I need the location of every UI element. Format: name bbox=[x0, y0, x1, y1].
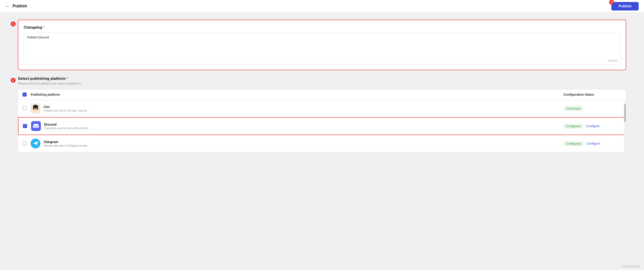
back-button[interactable]: ← bbox=[5, 4, 10, 9]
platform-section: Select publishing platform * Please chec… bbox=[18, 76, 626, 152]
cici-status-area: Authorized bbox=[563, 106, 622, 111]
platform-row-discord: Discord Transform your bot into a Discor… bbox=[18, 118, 626, 134]
discord-status-badge: Configured bbox=[563, 124, 584, 129]
svg-rect-3 bbox=[33, 106, 34, 110]
platform-table-header: Publishing platform Configuration Status bbox=[18, 90, 626, 100]
telegram-name: Telegram bbox=[44, 140, 563, 144]
platform-section-title: Select publishing platform * bbox=[18, 76, 626, 81]
cici-status-badge: Authorized bbox=[563, 106, 584, 111]
step2-badge: 2 bbox=[11, 78, 16, 83]
discord-info: Discord Transform your bot into a Discor… bbox=[44, 122, 563, 130]
telegram-configure-link[interactable]: Configure bbox=[586, 142, 600, 145]
telegram-checkbox[interactable] bbox=[22, 142, 26, 146]
cici-desc: Publish your bot to Cici App, chat an... bbox=[44, 109, 563, 112]
step1-badge: 1 bbox=[11, 22, 16, 26]
platform-table: Publishing platform Configuration Status bbox=[18, 89, 626, 152]
changelog-label: Changelog * bbox=[24, 26, 620, 30]
changelog-required: * bbox=[43, 26, 44, 30]
platform-required: * bbox=[66, 77, 68, 81]
header-status-col: Configuration Status bbox=[563, 93, 622, 96]
telegram-status-badge: Configured bbox=[563, 141, 584, 146]
telegram-desc: Interact with bots in Telegram private..… bbox=[44, 144, 563, 147]
cici-checkbox[interactable] bbox=[22, 106, 26, 110]
platform-subtitle: Please check the platform you want to pu… bbox=[18, 82, 626, 85]
header: ← Publish Publish 3 bbox=[0, 0, 644, 12]
scrollbar[interactable] bbox=[624, 102, 626, 152]
telegram-check-col bbox=[22, 142, 30, 146]
cici-info: Cici Publish your bot to Cici App, chat … bbox=[44, 105, 563, 112]
header-left: ← Publish bbox=[5, 4, 27, 9]
char-count: 15/2000 bbox=[24, 58, 620, 64]
publish-button[interactable]: Publish bbox=[612, 2, 639, 10]
changelog-textarea-wrapper: Publish Discord 15/2000 bbox=[24, 33, 620, 64]
cici-icon bbox=[30, 104, 40, 113]
select-all-checkbox[interactable] bbox=[22, 92, 26, 96]
platform-row-cici: Cici Publish your bot to Cici App, chat … bbox=[18, 100, 626, 117]
telegram-icon bbox=[30, 138, 40, 148]
scrollbar-thumb bbox=[624, 104, 626, 122]
platform-row-discord-wrapper: Discord Transform your bot into a Discor… bbox=[18, 117, 626, 135]
telegram-info: Telegram Interact with bots in Telegram … bbox=[44, 140, 563, 147]
discord-name: Discord bbox=[44, 122, 563, 126]
header-check-col bbox=[22, 92, 30, 96]
discord-checkbox[interactable] bbox=[23, 124, 27, 128]
discord-desc: Transform your bot into a Discord Bo... bbox=[44, 127, 563, 130]
cici-name: Cici bbox=[44, 105, 563, 109]
svg-rect-4 bbox=[37, 106, 38, 110]
discord-icon bbox=[31, 121, 41, 131]
header-platform-col: Publishing platform bbox=[30, 93, 563, 96]
cici-check-col bbox=[22, 106, 30, 110]
changelog-input[interactable]: Publish Discord bbox=[24, 33, 620, 58]
watermark: CSDN@王多头头 bbox=[621, 265, 640, 268]
discord-configure-link[interactable]: Configure bbox=[586, 124, 600, 128]
page-title: Publish bbox=[12, 4, 27, 8]
main-content: 1 Changelog * Publish Discord 15/2000 2 … bbox=[0, 12, 644, 166]
discord-status-area: Configured Configure bbox=[563, 124, 621, 129]
discord-check-col bbox=[23, 124, 31, 128]
svg-point-5 bbox=[34, 108, 35, 109]
step3-badge: 3 bbox=[609, 0, 614, 5]
telegram-status-area: Configured Configure bbox=[563, 141, 622, 146]
platform-row-telegram: Telegram Interact with bots in Telegram … bbox=[18, 135, 626, 152]
changelog-section: Changelog * Publish Discord 15/2000 bbox=[18, 20, 626, 70]
svg-point-6 bbox=[36, 108, 37, 109]
